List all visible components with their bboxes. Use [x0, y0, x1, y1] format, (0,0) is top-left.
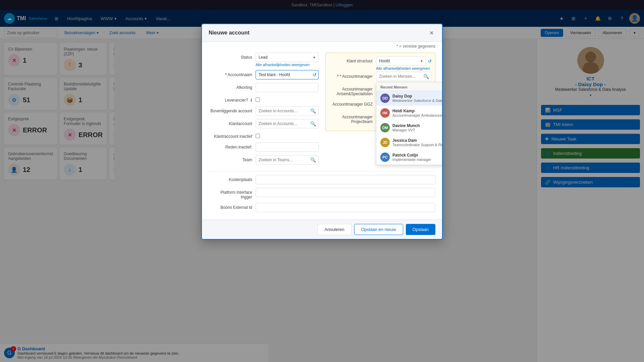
- status-label: Status: [209, 53, 252, 60]
- dropdown-item-davine[interactable]: DM Davine Munch Manager VVT: [376, 120, 442, 135]
- leverancier-checkbox[interactable]: [256, 98, 260, 102]
- acc-arts-label: Accountmanager Artsen&Specialisten: [329, 84, 373, 96]
- reden-label: Reden inactief:: [209, 142, 252, 149]
- reden-input[interactable]: [256, 142, 319, 152]
- modal-header: Nieuwe account ✕: [202, 24, 442, 42]
- dropdown-item-patrick[interactable]: PC Patrick Colijn Implementatie manager: [376, 150, 442, 165]
- avatar-patrick: PC: [380, 153, 390, 162]
- status-dep-link[interactable]: Alle afhankelijkheden weergeven: [256, 63, 319, 67]
- modal-nieuwe-account: Nieuwe account ✕ * = vereiste gegevens S…: [201, 23, 443, 240]
- kostenplaats-input[interactable]: [256, 175, 435, 184]
- bovenliggende-label: Bovenliggende account: [209, 106, 252, 113]
- boomi-label: Boomi External Id: [209, 203, 252, 210]
- modal-footer: Annuleren Opslaan en nieuw Opslaan: [202, 220, 442, 239]
- save-new-button[interactable]: Opslaan en nieuw: [354, 224, 403, 235]
- avatar-jessica: JD: [380, 138, 390, 147]
- acc-project-label: Accountmanager Projectteam: [329, 112, 373, 124]
- save-button[interactable]: Opslaan: [406, 224, 435, 235]
- dropdown-item-daisy[interactable]: DD Daisy Dop Medewerker Salesforce & Dat…: [376, 91, 442, 106]
- dropdown-section-title: Recent Mensen: [376, 82, 442, 91]
- close-button[interactable]: ✕: [427, 29, 435, 37]
- team-input[interactable]: [256, 155, 319, 165]
- klantaccount-input[interactable]: [256, 119, 319, 128]
- accountmanager-row: * Accountmanager 🔍 Recent Mensen DD: [329, 72, 432, 81]
- acc-ggz-label: Accountmanager GGZ: [329, 100, 373, 107]
- klant-structuur-section: Klant structuur Hoofd ↺: [325, 53, 435, 131]
- klant-structuur-select[interactable]: Hoofd: [376, 56, 426, 66]
- required-note: * = vereiste gegevens: [202, 42, 442, 49]
- inactief-row: Klant/account inactief: [209, 132, 319, 139]
- divider: [209, 171, 435, 172]
- status-field: Lead Alle afhankelijkheden weergeven: [256, 53, 319, 67]
- avatar-daisy: DD: [380, 94, 390, 103]
- search-icon[interactable]: 🔍: [310, 108, 316, 114]
- form-two-col: Status Lead Alle afhankelijkheden weerge…: [209, 53, 435, 168]
- klant-structuur-label: Klant structuur: [329, 56, 373, 63]
- team-search-icon[interactable]: 🔍: [310, 157, 316, 163]
- accountnaam-field: ↺: [256, 70, 319, 79]
- boomi-input[interactable]: [256, 203, 435, 212]
- reden-row: Reden inactief:: [209, 142, 319, 152]
- inactief-checkbox[interactable]: [256, 134, 260, 138]
- status-row: Status Lead Alle afhankelijkheden weerge…: [209, 53, 319, 67]
- cancel-button[interactable]: Annuleren: [317, 224, 351, 235]
- accountnaam-label: Accountnaam: [209, 70, 252, 77]
- accountmanager-dropdown: Recent Mensen DD Daisy Dop Medewerker Sa…: [376, 82, 442, 165]
- platform-input[interactable]: [256, 188, 435, 197]
- leverancier-row: Leverancier? ℹ: [209, 96, 319, 103]
- accountnaam-row: Accountnaam ↺: [209, 70, 319, 79]
- team-label: Team: [209, 155, 252, 162]
- status-select[interactable]: Lead: [256, 53, 319, 62]
- avatar-heidi: HK: [380, 108, 390, 118]
- klantaccount-row: Klantaccount 🔍: [209, 119, 319, 128]
- form-right-col: Klant structuur Hoofd ↺: [325, 53, 435, 168]
- form-left-col: Status Lead Alle afhankelijkheden weerge…: [209, 53, 319, 168]
- accountmanager-label: * Accountmanager: [329, 72, 373, 79]
- avatar-davine: DM: [380, 123, 390, 132]
- inactief-label: Klant/account inactief: [209, 132, 252, 139]
- info-icon[interactable]: ℹ: [251, 98, 252, 103]
- bovenliggende-row: Bovenliggende account 🔍: [209, 106, 319, 116]
- reset-account-icon[interactable]: ↺: [313, 72, 317, 77]
- afkorting-input[interactable]: [256, 83, 319, 92]
- accountnaam-input[interactable]: [256, 70, 319, 79]
- klant-reset-icon[interactable]: ↺: [428, 59, 432, 64]
- dropdown-item-jessica[interactable]: JD Jessica Dam Teamcoördinator Support &…: [376, 135, 442, 150]
- modal-title: Nieuwe account: [209, 30, 250, 36]
- search-icon-2[interactable]: 🔍: [310, 121, 316, 126]
- platform-row: Platform Interface trigger: [209, 188, 435, 199]
- team-row: Team 🔍: [209, 155, 319, 165]
- leverancier-label: Leverancier? ℹ: [209, 96, 252, 103]
- kostenplaats-row: Kostenplaats: [209, 175, 435, 184]
- boomi-row: Boomi External Id: [209, 203, 435, 212]
- accountmanager-search-icon[interactable]: 🔍: [423, 74, 429, 79]
- platform-label: Platform Interface trigger: [209, 188, 252, 199]
- afkorting-row: Afkorting: [209, 83, 319, 92]
- dropdown-item-heidi[interactable]: HK Heidi Kamp Accountmanager Ambulancezo…: [376, 106, 442, 120]
- bovenliggende-input[interactable]: [256, 106, 319, 116]
- kostenplaats-label: Kostenplaats: [209, 175, 252, 182]
- klant-dep-link[interactable]: Alle afhankelijkheden weergeven: [376, 66, 432, 70]
- afkorting-label: Afkorting: [209, 83, 252, 90]
- klantaccount-label: Klantaccount: [209, 119, 252, 126]
- modal-body: Status Lead Alle afhankelijkheden weerge…: [202, 49, 442, 220]
